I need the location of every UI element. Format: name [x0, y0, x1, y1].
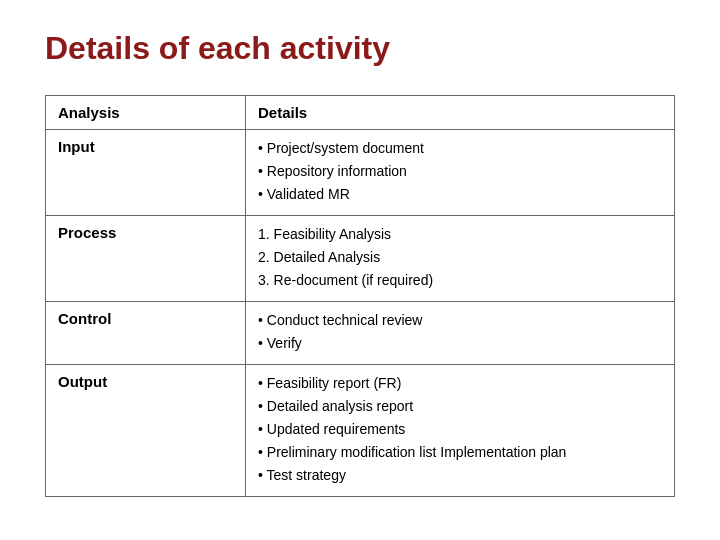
analysis-cell: Output: [46, 365, 246, 497]
list-item: Validated MR: [258, 184, 662, 205]
list-item: Repository information: [258, 161, 662, 182]
page-title: Details of each activity: [45, 30, 675, 67]
table-row: InputProject/system documentRepository i…: [46, 130, 675, 216]
analysis-cell: Process: [46, 216, 246, 302]
table-row: ProcessFeasibility AnalysisDetailed Anal…: [46, 216, 675, 302]
list-item: Detailed Analysis: [258, 247, 662, 268]
activity-table: Analysis Details InputProject/system doc…: [45, 95, 675, 497]
list-item: Verify: [258, 333, 662, 354]
list-item: Feasibility report (FR): [258, 373, 662, 394]
details-cell: Conduct technical reviewVerify: [246, 302, 675, 365]
list-item: Detailed analysis report: [258, 396, 662, 417]
details-cell: Feasibility AnalysisDetailed AnalysisRe-…: [246, 216, 675, 302]
details-cell: Project/system documentRepository inform…: [246, 130, 675, 216]
col-header-details: Details: [246, 96, 675, 130]
list-item: Re-document (if required): [258, 270, 662, 291]
list-item: Feasibility Analysis: [258, 224, 662, 245]
list-item: Test strategy: [258, 465, 662, 486]
list-item: Conduct technical review: [258, 310, 662, 331]
analysis-cell: Control: [46, 302, 246, 365]
analysis-cell: Input: [46, 130, 246, 216]
list-item: Project/system document: [258, 138, 662, 159]
details-cell: Feasibility report (FR)Detailed analysis…: [246, 365, 675, 497]
table-row: ControlConduct technical reviewVerify: [46, 302, 675, 365]
list-item: Preliminary modification list Implementa…: [258, 442, 662, 463]
col-header-analysis: Analysis: [46, 96, 246, 130]
table-row: OutputFeasibility report (FR)Detailed an…: [46, 365, 675, 497]
list-item: Updated requirements: [258, 419, 662, 440]
